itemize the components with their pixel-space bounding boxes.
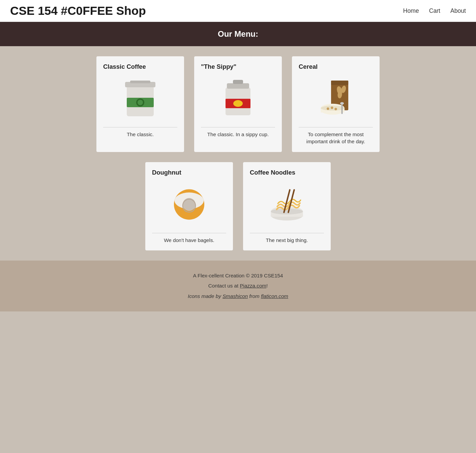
nav-cart[interactable]: Cart [429,7,440,14]
footer-contact-link[interactable]: Piazza.com [240,283,266,289]
svg-rect-7 [227,83,249,89]
menu-row-1: Classic Coffee The classic. [13,56,463,152]
menu-grid: Classic Coffee The classic. [0,46,476,261]
svg-rect-2 [130,81,150,83]
card-divider-the-sippy [201,127,275,127]
footer-copyright: A Flex-cellent Creation © 2019 CSE154 [7,271,469,281]
card-doughnut: Doughnut We don't have bagels. [145,162,233,250]
svg-point-21 [331,107,333,109]
card-desc-the-sippy: The classic. In a sippy cup. [207,131,269,138]
svg-point-20 [327,108,329,110]
site-title: CSE 154 #C0FFEE Shop [10,4,146,18]
nav-home[interactable]: Home [403,7,419,14]
svg-point-5 [138,100,143,105]
main-nav: Home Cart About [403,7,466,14]
card-classic-coffee: Classic Coffee The classic. [96,56,184,152]
card-title-classic-coffee: Classic Coffee [103,63,146,70]
card-title-coffee-noodles: Coffee Noodles [250,169,295,176]
card-divider-cereal [299,127,373,127]
footer-from-text: from [248,293,261,299]
footer-smashicon-link[interactable]: Smashicon [222,293,248,299]
nav-about[interactable]: About [450,7,466,14]
coffee-cup-icon [118,76,162,120]
card-coffee-noodles: Coffee Noodles The next [243,162,331,250]
footer-icons: Icons made by Smashicon from flaticon.co… [7,291,469,301]
footer-contact-text: Contact us at [208,283,240,289]
site-header: CSE 154 #C0FFEE Shop Home Cart About [0,0,476,22]
footer-contact: Contact us at Piazza.com! [7,281,469,291]
card-title-doughnut: Doughnut [152,169,181,176]
card-desc-coffee-noodles: The next big thing. [266,237,308,244]
cereal-icon [314,76,358,120]
svg-rect-23 [341,103,343,114]
card-desc-doughnut: We don't have bagels. [164,237,214,244]
site-footer: A Flex-cellent Creation © 2019 CSE154 Co… [0,261,476,311]
menu-banner: Our Menu: [0,22,476,46]
doughnut-icon [167,182,211,225]
card-divider-coffee-noodles [250,233,324,233]
svg-rect-8 [233,80,243,84]
svg-point-10 [233,100,243,107]
sippy-cup-icon [216,76,260,120]
noodles-icon [265,182,309,225]
card-the-sippy: "The Sippy" The classic. In a sippy cup. [194,56,282,152]
card-desc-cereal: To complement the most important drink o… [299,131,373,145]
svg-point-28 [183,198,196,211]
card-desc-classic-coffee: The classic. [127,131,154,138]
card-title-cereal: Cereal [299,63,318,70]
svg-rect-12 [331,81,348,85]
card-cereal: Cereal [292,56,380,152]
footer-icons-text: Icons made by [188,293,222,299]
card-divider-doughnut [152,233,226,233]
menu-row-2: Doughnut We don't have bagels. [13,162,463,250]
footer-flaticon-link[interactable]: flaticon.com [261,293,288,299]
card-divider-classic-coffee [103,127,177,127]
card-title-the-sippy: "The Sippy" [201,63,236,70]
svg-point-22 [334,108,337,110]
svg-point-24 [340,102,344,104]
